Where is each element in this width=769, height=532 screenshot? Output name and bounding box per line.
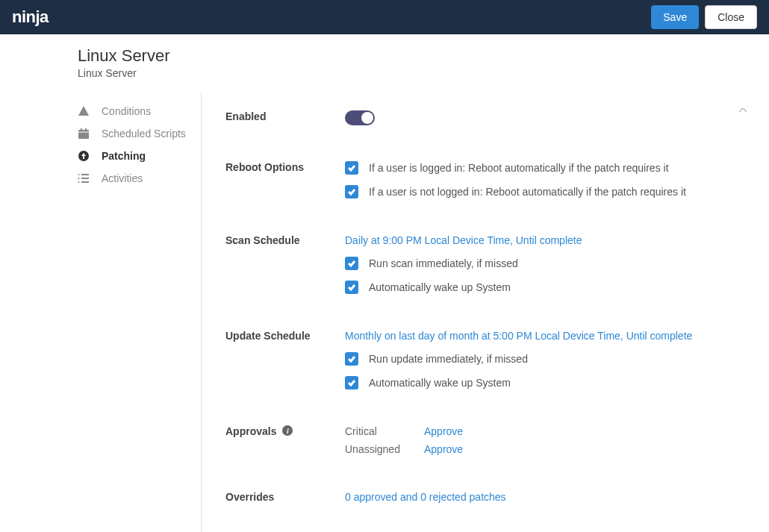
sidebar: Conditions Scheduled Scripts Patching Ac… [78, 93, 202, 532]
section-enabled: Enabled [225, 110, 741, 125]
warning-icon [78, 105, 90, 117]
section-label-overrides: Overrides [225, 491, 345, 503]
close-button[interactable]: Close [705, 5, 757, 29]
update-wake-checkbox[interactable] [345, 376, 358, 389]
calendar-icon [78, 128, 90, 140]
overrides-link[interactable]: 0 approved and 0 rejected patches [345, 491, 506, 503]
svg-point-10 [78, 178, 80, 179]
logo: ninja [12, 7, 49, 27]
update-option-row: Run update immediately, if missed [345, 352, 741, 366]
sidebar-item-label: Scheduled Scripts [102, 128, 186, 140]
scan-option-row: Run scan immediately, if missed [345, 257, 741, 270]
svg-point-9 [78, 174, 80, 175]
section-approvals: Approvals i Critical Approve Unassigned … [225, 425, 741, 455]
update-schedule-link[interactable]: Monthly on last day of month at 5:00 PM … [345, 330, 741, 342]
reboot-logged-in-checkbox[interactable] [345, 161, 358, 175]
sidebar-item-label: Conditions [102, 105, 151, 117]
approval-name-unassigned: Unassigned [345, 443, 424, 455]
section-content-approvals: Critical Approve Unassigned Approve [345, 425, 741, 455]
section-reboot: Reboot Options If a user is logged in: R… [225, 161, 741, 198]
page-subtitle: Linux Server [78, 67, 769, 79]
info-icon[interactable]: i [282, 425, 293, 436]
section-content-overrides: 0 approved and 0 rejected patches [345, 491, 741, 503]
update-immediate-label: Run update immediately, if missed [369, 353, 528, 365]
page-title: Linux Server [78, 46, 769, 66]
sidebar-item-conditions[interactable]: Conditions [78, 100, 201, 122]
page-title-area: Linux Server Linux Server [0, 34, 769, 93]
sidebar-item-scheduled-scripts[interactable]: Scheduled Scripts [78, 122, 201, 145]
scan-schedule-link[interactable]: Daily at 9:00 PM Local Device Time, Unti… [345, 234, 741, 246]
update-option-row: Automatically wake up System [345, 376, 741, 389]
enabled-toggle[interactable] [345, 110, 375, 125]
update-immediate-checkbox[interactable] [345, 352, 358, 366]
section-label-update: Update Schedule [225, 330, 345, 389]
scan-immediate-checkbox[interactable] [345, 257, 358, 270]
scan-wake-label: Automatically wake up System [369, 281, 511, 293]
section-content-reboot: If a user is logged in: Reboot automatic… [345, 161, 741, 198]
section-content-enabled [345, 110, 741, 125]
approval-action-unassigned[interactable]: Approve [424, 443, 463, 455]
main-panel: Enabled Reboot Options If a user is logg… [202, 93, 747, 532]
save-button[interactable]: Save [651, 5, 699, 29]
reboot-logged-in-label: If a user is logged in: Reboot automatic… [369, 162, 669, 174]
update-wake-label: Automatically wake up System [369, 377, 511, 389]
sidebar-item-label: Patching [102, 150, 146, 162]
approval-row: Unassigned Approve [345, 443, 741, 455]
scan-immediate-label: Run scan immediately, if missed [369, 257, 518, 269]
approval-row: Critical Approve [345, 425, 741, 437]
list-icon [78, 172, 90, 184]
content-wrap: Conditions Scheduled Scripts Patching Ac… [0, 93, 769, 532]
reboot-not-logged-in-label: If a user is not logged in: Reboot autom… [369, 186, 686, 198]
section-content-scan: Daily at 9:00 PM Local Device Time, Unti… [345, 234, 741, 294]
app-header: ninja Save Close [0, 0, 769, 34]
approval-action-critical[interactable]: Approve [424, 425, 463, 437]
section-label-reboot: Reboot Options [225, 161, 345, 198]
section-label-enabled: Enabled [225, 110, 345, 125]
sidebar-item-label: Activities [102, 172, 143, 184]
logo-text: ninja [12, 7, 49, 27]
chevron-up-icon[interactable] [739, 104, 747, 115]
reboot-option-row: If a user is not logged in: Reboot autom… [345, 185, 741, 198]
section-update: Update Schedule Monthly on last day of m… [225, 330, 741, 389]
section-overrides: Overrides 0 approved and 0 rejected patc… [225, 491, 741, 503]
sidebar-item-activities[interactable]: Activities [78, 167, 201, 190]
section-label-approvals: Approvals i [225, 425, 345, 455]
arrow-up-circle-icon [78, 150, 90, 162]
section-scan: Scan Schedule Daily at 9:00 PM Local Dev… [225, 234, 741, 294]
header-buttons: Save Close [651, 5, 757, 29]
chevron-down-icon[interactable] [739, 528, 747, 532]
approvals-label-text: Approvals [225, 425, 276, 437]
section-label-scan: Scan Schedule [225, 234, 345, 294]
svg-point-11 [78, 181, 80, 183]
reboot-option-row: If a user is logged in: Reboot automatic… [345, 161, 741, 175]
svg-rect-3 [81, 128, 82, 131]
svg-rect-4 [85, 128, 87, 131]
approval-name-critical: Critical [345, 425, 424, 437]
sidebar-item-patching[interactable]: Patching [78, 145, 201, 167]
section-content-update: Monthly on last day of month at 5:00 PM … [345, 330, 741, 389]
reboot-not-logged-in-checkbox[interactable] [345, 185, 358, 198]
scan-wake-checkbox[interactable] [345, 281, 358, 294]
scan-option-row: Automatically wake up System [345, 281, 741, 294]
